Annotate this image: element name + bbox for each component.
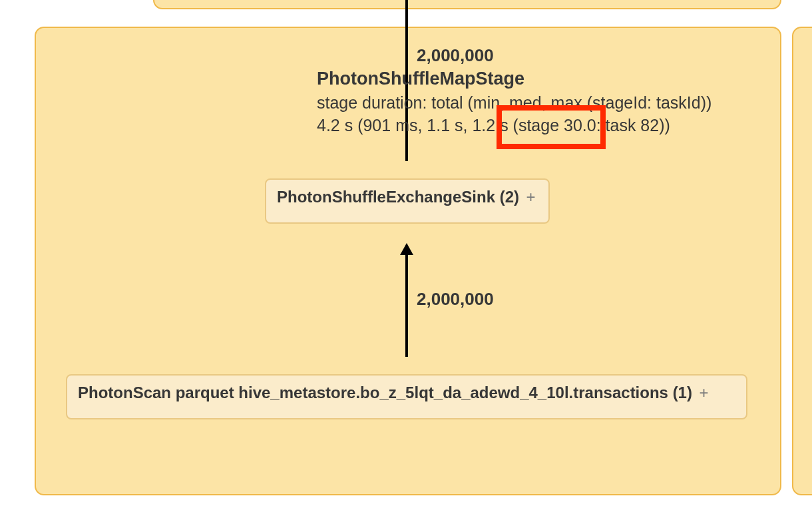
node-scan[interactable]: PhotonScan parquet hive_metastore.bo_z_5…: [66, 374, 747, 419]
stage-box-partial-top: [153, 0, 781, 9]
node-scan-label: PhotonScan parquet hive_metastore.bo_z_5…: [78, 384, 692, 401]
highlight-rectangle: [497, 105, 606, 149]
expand-icon[interactable]: +: [526, 188, 535, 206]
row-count-mid: 2,000,000: [417, 289, 494, 310]
edge-line-mid: [405, 253, 408, 357]
stage-name: PhotonShuffleMapStage: [317, 69, 743, 89]
node-exchange-sink-label: PhotonShuffleExchangeSink (2): [277, 188, 519, 206]
row-count-top: 2,000,000: [417, 45, 743, 66]
expand-icon[interactable]: +: [699, 384, 708, 401]
node-exchange-sink[interactable]: PhotonShuffleExchangeSink (2) +: [265, 178, 550, 224]
stage-box-partial-right: [792, 27, 812, 495]
